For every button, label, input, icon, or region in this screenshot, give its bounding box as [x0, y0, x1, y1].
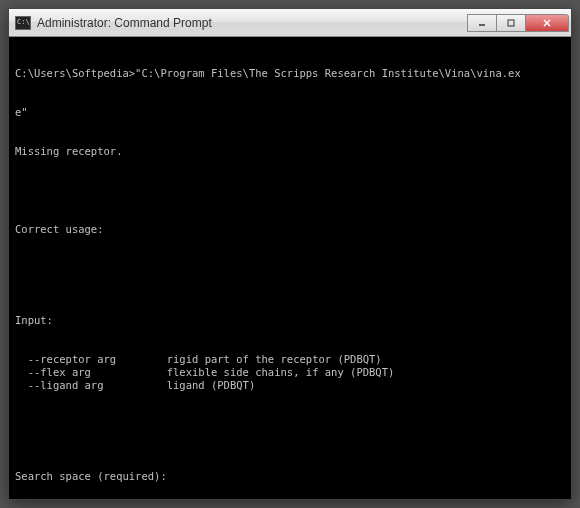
svg-rect-1 [508, 20, 514, 26]
window-title: Administrator: Command Prompt [37, 16, 468, 30]
usage-header: Correct usage: [15, 223, 565, 236]
option-row: --flex arg flexible side chains, if any … [15, 366, 565, 379]
command-line: C:\Users\Softpedia>"C:\Program Files\The… [15, 67, 565, 80]
blank-line [15, 184, 565, 197]
input-section-header: Input: [15, 314, 565, 327]
window-controls [468, 14, 569, 32]
command-prompt-window: Administrator: Command Prompt C:\Users\S… [8, 8, 572, 500]
close-button[interactable] [525, 14, 569, 32]
option-row: --ligand arg ligand (PDBQT) [15, 379, 565, 392]
maximize-button[interactable] [496, 14, 526, 32]
titlebar[interactable]: Administrator: Command Prompt [9, 9, 571, 37]
terminal-output[interactable]: C:\Users\Softpedia>"C:\Program Files\The… [9, 37, 571, 499]
error-line: Missing receptor. [15, 145, 565, 158]
blank-line [15, 262, 565, 275]
minimize-button[interactable] [467, 14, 497, 32]
blank-line [15, 418, 565, 431]
cmd-icon [15, 16, 31, 30]
option-row: --receptor arg rigid part of the recepto… [15, 353, 565, 366]
command-line-cont: e" [15, 106, 565, 119]
search-section-header: Search space (required): [15, 470, 565, 483]
